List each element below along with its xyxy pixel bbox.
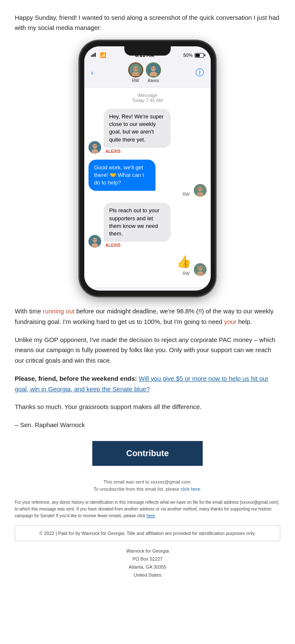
intro-line1: Happy Sunday, friend! I wanted to send a…	[15, 14, 279, 31]
sender-alexis-2: ALEXIS	[104, 243, 206, 248]
avatar-alexis-label: Alexis	[148, 78, 159, 83]
highlight-running-out: running out	[43, 307, 75, 315]
signature: – Sen. Raphael Warnock	[15, 420, 280, 430]
signal-icon	[91, 53, 96, 57]
signal-wifi: 📶	[91, 52, 106, 58]
svg-point-8	[152, 68, 153, 69]
bubble-2: Good work, we'll get there! 🤝 What can I…	[88, 160, 156, 191]
svg-point-29	[201, 267, 202, 268]
unsubscribe-link[interactable]: click here	[181, 486, 200, 492]
imessage-body: iMessage Today 7:45 AM	[84, 88, 211, 287]
sent-to-line: This email was sent to xxxxxx@gmail.com.	[15, 478, 280, 486]
fewer-emails-link[interactable]: here	[147, 513, 155, 518]
msg-group-4: 👍 RW	[177, 254, 191, 276]
svg-point-21	[93, 238, 97, 243]
svg-point-28	[199, 267, 200, 268]
svg-point-14	[96, 145, 97, 146]
footer-address: Warnock for Georgia PO Box 52227 Atlanta…	[15, 547, 280, 587]
footer-email-info: This email was sent to xxxxxx@gmail.com.…	[15, 478, 280, 493]
paragraph3-bold: Please, friend, before the weekend ends:	[15, 375, 137, 382]
message-row: Hey, Rev! We're super close to our weekl…	[88, 109, 206, 154]
sender-alexis-1: ALEXIS	[104, 149, 206, 154]
body-paragraph-4: Thanks so much. Your grassroots support …	[15, 402, 280, 412]
svg-point-16	[198, 187, 203, 192]
battery-icon	[195, 53, 204, 58]
contribute-button-wrapper: Contribute	[15, 441, 280, 466]
imessage-header: ‹	[84, 60, 211, 88]
msg-avatar-alexis	[88, 141, 101, 154]
body-paragraph-2: Unlike my GOP opponent, I've made the de…	[15, 335, 280, 366]
phone-wrapper: 📶 8:11 AM 50% ‹	[15, 41, 280, 296]
contribute-button[interactable]: Contribute	[92, 441, 202, 466]
phone-mockup: 📶 8:11 AM 50% ‹	[80, 41, 215, 296]
bubble-3: Pls reach out to your supporters and let…	[104, 203, 171, 242]
body-paragraph-1: With time running out before our midnigh…	[15, 306, 280, 327]
svg-point-24	[96, 239, 97, 240]
address-line3: Atlanta, GA 30355	[15, 563, 280, 571]
msg-group-3: Pls reach out to your supporters and let…	[104, 203, 206, 248]
message-row-sent-2: 👍 RW	[88, 254, 206, 276]
avatar-alexis	[146, 62, 161, 77]
address-line1: Warnock for Georgia	[15, 547, 280, 555]
highlight-your: your	[224, 318, 236, 325]
wifi-icon: 📶	[100, 52, 106, 58]
bubble-1: Hey, Rev! We're super close to our weekl…	[104, 109, 171, 148]
msg-avatar-rw-2	[194, 263, 206, 276]
header-contacts: RW	[128, 62, 161, 83]
message-row-3: Pls reach out to your supporters and let…	[88, 203, 206, 248]
svg-point-6	[151, 66, 156, 71]
msg-avatar-alexis-2	[88, 235, 101, 248]
svg-point-11	[93, 144, 97, 148]
address-line4: United States	[15, 571, 280, 579]
header-avatars: RW	[128, 62, 161, 83]
svg-point-23	[94, 239, 94, 240]
svg-point-13	[94, 145, 94, 146]
unsubscribe-line: To unsubscribe from this email list, ple…	[15, 486, 280, 493]
bubble-emoji: 👍	[177, 254, 186, 270]
sender-rw-1: RW	[88, 192, 191, 197]
msg-group-2: Good work, we'll get there! 🤝 What can I…	[88, 160, 191, 197]
phone-screen: 📶 8:11 AM 50% ‹	[84, 46, 211, 291]
svg-point-3	[134, 68, 135, 69]
intro-text: Happy Sunday, friend! I wanted to send a…	[15, 13, 280, 33]
phone-notch	[124, 46, 171, 56]
info-button[interactable]: ⓘ	[196, 67, 204, 78]
email-container: Happy Sunday, friend! I wanted to send a…	[0, 0, 295, 596]
message-row-sent-1: Good work, we'll get there! 🤝 What can I…	[88, 160, 206, 197]
address-line2: PO Box 52227	[15, 555, 280, 563]
svg-point-1	[133, 66, 138, 71]
body-paragraph-3: Please, friend, before the weekend ends:…	[15, 374, 280, 395]
avatar-rw-label: RW	[132, 78, 139, 83]
sender-rw-2: RW	[177, 271, 191, 276]
msg-avatar-rw-1	[194, 184, 206, 197]
svg-point-9	[154, 68, 155, 69]
battery-percent: 50%	[183, 53, 193, 58]
footer-disclaimer: For your reference, any donor history or…	[15, 499, 280, 519]
msg-group-1: Hey, Rev! We're super close to our weekl…	[104, 109, 206, 154]
svg-point-19	[201, 188, 202, 189]
message-date: iMessage Today 7:45 AM	[88, 93, 206, 103]
battery-status: 50%	[183, 53, 204, 58]
back-button[interactable]: ‹	[91, 69, 94, 77]
footer-paid-by: © 2022 | Paid for by Warnock for Georgia…	[15, 525, 280, 542]
svg-point-4	[137, 68, 137, 69]
avatar-rw	[128, 62, 143, 77]
svg-point-26	[198, 266, 203, 271]
svg-point-18	[199, 188, 200, 189]
